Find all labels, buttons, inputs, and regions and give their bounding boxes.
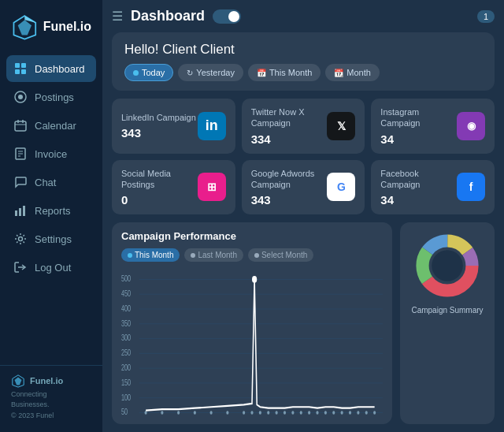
twitter-icon: 𝕏: [327, 112, 355, 140]
sidebar-footer-logo: Funel.io: [11, 374, 91, 388]
svg-point-46: [177, 411, 180, 414]
campaign-google-name: Google Adwords Campaign: [251, 168, 328, 191]
chart-filters: This Month Last Month Select Month: [121, 248, 383, 262]
svg-point-49: [226, 411, 228, 414]
sidebar-logo-text: Funel.io: [43, 20, 91, 34]
svg-point-66: [373, 411, 376, 414]
filter-tab-month-label: Month: [346, 68, 371, 77]
settings-icon: [14, 233, 27, 245]
svg-point-45: [161, 411, 163, 414]
svg-text:150: 150: [121, 378, 131, 387]
svg-point-56: [291, 411, 294, 414]
svg-rect-6: [21, 69, 26, 74]
svg-text:350: 350: [121, 319, 131, 328]
sidebar-item-postings[interactable]: Postings: [6, 84, 96, 110]
svg-point-47: [194, 411, 196, 414]
svg-rect-18: [19, 208, 21, 216]
campaign-card-linkedin[interactable]: LinkedIn Campaign 343 in: [112, 99, 235, 154]
header: ☰ Dashboard 1: [112, 8, 495, 24]
chart-filter-thismonth-label: This Month: [135, 251, 173, 259]
filter-tab-thismonth-label: This Month: [269, 68, 312, 77]
svg-marker-1: [18, 20, 32, 35]
chart-filter-selectmonth[interactable]: Select Month: [248, 248, 313, 262]
social-icon: ⊞: [198, 173, 226, 201]
sidebar-item-calendar-label: Calendar: [35, 120, 76, 132]
sidebar-item-chat-label: Chat: [35, 177, 56, 188]
chart-dot-lastmonth: [191, 253, 195, 258]
calendar-small-icon: 📅: [257, 69, 266, 77]
chart-section: Campaign Performance This Month Last Mon…: [112, 222, 392, 424]
campaign-card-twitter[interactable]: Twitter Now X Campaign 334 𝕏: [242, 99, 365, 154]
svg-point-58: [308, 411, 310, 414]
campaign-instagram-name: Instagram Campaign: [380, 106, 457, 129]
sidebar-item-settings-label: Settings: [35, 233, 72, 245]
svg-rect-19: [23, 206, 25, 216]
theme-toggle[interactable]: [213, 9, 241, 24]
bottom-section: Campaign Performance This Month Last Mon…: [112, 222, 495, 424]
chart-filter-lastmonth[interactable]: Last Month: [184, 248, 243, 262]
funel-logo-icon: [11, 13, 39, 41]
campaign-google-count: 343: [251, 193, 328, 207]
hamburger-icon[interactable]: ☰: [112, 9, 123, 24]
google-icon: G: [327, 173, 355, 201]
reports-icon: [14, 204, 27, 217]
svg-text:100: 100: [121, 393, 131, 402]
donut-section: Campaign Summary: [400, 222, 495, 424]
svg-point-48: [210, 411, 213, 414]
svg-rect-9: [15, 121, 26, 131]
svg-text:50: 50: [121, 408, 128, 416]
campaign-card-social[interactable]: Social Media Postings 0 ⊞: [112, 160, 235, 215]
svg-text:400: 400: [121, 304, 131, 313]
greeting-section: Hello! Client Client Today ↻ Yesterday 📅…: [112, 32, 495, 91]
campaign-card-instagram[interactable]: Instagram Campaign 34 ◉: [371, 99, 495, 154]
campaign-instagram-count: 34: [380, 132, 457, 146]
svg-point-57: [300, 411, 302, 414]
sidebar-item-invoice[interactable]: Invoice: [6, 140, 96, 167]
svg-point-60: [324, 411, 327, 414]
filter-tab-month[interactable]: 📆 Month: [325, 64, 380, 81]
svg-rect-4: [21, 63, 26, 68]
header-left: ☰ Dashboard: [112, 8, 241, 24]
campaign-card-google[interactable]: Google Adwords Campaign 343 G: [242, 160, 365, 215]
footer-logo-text: Funel.io: [30, 376, 63, 385]
filter-tab-today[interactable]: Today: [124, 64, 173, 81]
svg-text:500: 500: [121, 274, 131, 283]
filter-tab-thismonth[interactable]: 📅 This Month: [248, 64, 321, 81]
chat-icon: [14, 176, 27, 188]
sidebar-item-calendar[interactable]: Calendar: [6, 112, 96, 139]
campaign-twitter-count: 334: [251, 132, 328, 146]
svg-point-55: [284, 411, 286, 414]
svg-point-20: [19, 237, 23, 241]
arrow-icon: ↻: [187, 69, 193, 77]
svg-point-62: [341, 411, 343, 414]
campaign-social-name: Social Media Postings: [121, 168, 198, 191]
svg-point-52: [259, 411, 261, 414]
sidebar: Funel.io Dashboard Postings: [0, 0, 102, 432]
sidebar-logo: Funel.io: [0, 13, 102, 55]
svg-point-63: [349, 411, 351, 414]
chart-filter-thismonth[interactable]: This Month: [121, 248, 180, 262]
sidebar-item-chat[interactable]: Chat: [6, 169, 96, 196]
campaign-social-count: 0: [121, 193, 198, 207]
performance-chart: 500 450 400 350 300 250 200 150 100 50: [121, 268, 383, 416]
svg-point-59: [316, 411, 318, 414]
sidebar-item-logout[interactable]: Log Out: [6, 254, 96, 281]
toggle-knob: [228, 11, 239, 22]
svg-rect-17: [15, 210, 17, 216]
campaign-twitter-name: Twitter Now X Campaign: [251, 106, 328, 129]
sidebar-item-reports[interactable]: Reports: [6, 197, 96, 224]
notification-badge[interactable]: 1: [477, 10, 495, 23]
sidebar-item-settings[interactable]: Settings: [6, 225, 96, 252]
svg-text:250: 250: [121, 348, 131, 357]
svg-text:300: 300: [121, 333, 131, 342]
instagram-icon: ◉: [457, 112, 485, 140]
campaign-card-facebook[interactable]: Facebook Campaign 34 f: [371, 160, 495, 215]
sidebar-footer: Funel.io Connecting Businesses. © 2023 F…: [0, 365, 102, 426]
sidebar-item-reports-label: Reports: [35, 205, 71, 217]
filter-tab-yesterday[interactable]: ↻ Yesterday: [178, 64, 243, 81]
filter-tabs: Today ↻ Yesterday 📅 This Month 📆 Month: [124, 64, 482, 81]
sidebar-item-dashboard[interactable]: Dashboard: [6, 55, 96, 82]
calendar-icon: [14, 119, 27, 132]
sidebar-footer-connecting: Connecting Businesses. © 2023 Funel: [11, 389, 91, 422]
campaign-summary-chart: [412, 230, 483, 301]
